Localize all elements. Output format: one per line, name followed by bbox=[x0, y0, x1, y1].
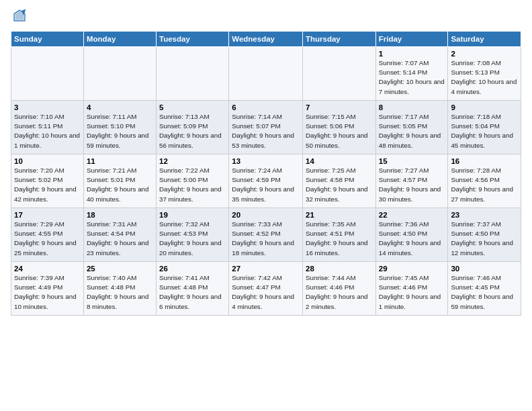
calendar-cell: 24Sunrise: 7:39 AMSunset: 4:49 PMDayligh… bbox=[11, 262, 84, 316]
calendar-cell: 27Sunrise: 7:42 AMSunset: 4:47 PMDayligh… bbox=[229, 262, 303, 316]
calendar-table: SundayMondayTuesdayWednesdayThursdayFrid… bbox=[11, 31, 521, 316]
calendar-cell: 14Sunrise: 7:25 AMSunset: 4:58 PMDayligh… bbox=[302, 154, 375, 208]
weekday-header-sunday: Sunday bbox=[11, 32, 84, 47]
calendar-cell: 11Sunrise: 7:21 AMSunset: 5:01 PMDayligh… bbox=[83, 154, 156, 208]
day-info: Sunrise: 7:33 AMSunset: 4:52 PMDaylight:… bbox=[232, 220, 300, 258]
day-info: Sunrise: 7:07 AMSunset: 5:14 PMDaylight:… bbox=[379, 58, 445, 97]
calendar-week-2: 3Sunrise: 7:10 AMSunset: 5:11 PMDaylight… bbox=[11, 101, 521, 154]
day-info: Sunrise: 7:24 AMSunset: 4:59 PMDaylight:… bbox=[232, 166, 300, 204]
day-number: 3 bbox=[14, 103, 81, 111]
day-info: Sunrise: 7:39 AMSunset: 4:49 PMDaylight:… bbox=[14, 273, 81, 312]
calendar-cell: 25Sunrise: 7:40 AMSunset: 4:48 PMDayligh… bbox=[83, 262, 156, 316]
day-info: Sunrise: 7:17 AMSunset: 5:05 PMDaylight:… bbox=[379, 112, 445, 150]
calendar-cell bbox=[83, 47, 156, 101]
calendar-cell: 23Sunrise: 7:37 AMSunset: 4:50 PMDayligh… bbox=[448, 208, 521, 262]
day-number: 24 bbox=[14, 265, 81, 273]
weekday-header-friday: Friday bbox=[375, 32, 448, 47]
day-number: 2 bbox=[451, 50, 518, 58]
day-info: Sunrise: 7:27 AMSunset: 4:57 PMDaylight:… bbox=[379, 166, 445, 204]
day-number: 20 bbox=[232, 211, 300, 219]
calendar-cell: 1Sunrise: 7:07 AMSunset: 5:14 PMDaylight… bbox=[375, 47, 448, 101]
day-info: Sunrise: 7:32 AMSunset: 4:53 PMDaylight:… bbox=[159, 220, 226, 258]
weekday-header-wednesday: Wednesday bbox=[229, 32, 303, 47]
calendar-cell: 6Sunrise: 7:14 AMSunset: 5:07 PMDaylight… bbox=[229, 101, 303, 154]
calendar-week-4: 17Sunrise: 7:29 AMSunset: 4:55 PMDayligh… bbox=[11, 208, 521, 262]
calendar-week-3: 10Sunrise: 7:20 AMSunset: 5:02 PMDayligh… bbox=[11, 154, 521, 208]
day-number: 16 bbox=[451, 157, 518, 165]
calendar-cell: 12Sunrise: 7:22 AMSunset: 5:00 PMDayligh… bbox=[157, 154, 229, 208]
calendar-cell: 22Sunrise: 7:36 AMSunset: 4:50 PMDayligh… bbox=[375, 208, 448, 262]
day-number: 26 bbox=[159, 265, 226, 273]
calendar-cell: 7Sunrise: 7:15 AMSunset: 5:06 PMDaylight… bbox=[302, 101, 375, 154]
day-info: Sunrise: 7:08 AMSunset: 5:13 PMDaylight:… bbox=[451, 58, 518, 97]
day-number: 29 bbox=[379, 265, 445, 273]
day-info: Sunrise: 7:35 AMSunset: 4:51 PMDaylight:… bbox=[306, 220, 373, 258]
day-info: Sunrise: 7:14 AMSunset: 5:07 PMDaylight:… bbox=[232, 112, 300, 150]
day-number: 8 bbox=[379, 103, 445, 111]
calendar-cell: 8Sunrise: 7:17 AMSunset: 5:05 PMDaylight… bbox=[375, 101, 448, 154]
calendar-cell: 2Sunrise: 7:08 AMSunset: 5:13 PMDaylight… bbox=[448, 47, 521, 101]
day-info: Sunrise: 7:11 AMSunset: 5:10 PMDaylight:… bbox=[87, 112, 153, 150]
day-number: 12 bbox=[159, 157, 226, 165]
calendar-cell: 17Sunrise: 7:29 AMSunset: 4:55 PMDayligh… bbox=[11, 208, 84, 262]
day-info: Sunrise: 7:25 AMSunset: 4:58 PMDaylight:… bbox=[306, 166, 373, 204]
calendar-cell: 13Sunrise: 7:24 AMSunset: 4:59 PMDayligh… bbox=[229, 154, 303, 208]
day-number: 5 bbox=[159, 103, 226, 111]
calendar-cell: 20Sunrise: 7:33 AMSunset: 4:52 PMDayligh… bbox=[229, 208, 303, 262]
calendar-cell bbox=[229, 47, 303, 101]
day-number: 13 bbox=[232, 157, 300, 165]
day-info: Sunrise: 7:29 AMSunset: 4:55 PMDaylight:… bbox=[14, 220, 81, 258]
day-info: Sunrise: 7:15 AMSunset: 5:06 PMDaylight:… bbox=[306, 112, 373, 150]
day-number: 15 bbox=[379, 157, 445, 165]
day-number: 23 bbox=[451, 211, 518, 219]
day-number: 9 bbox=[451, 103, 518, 111]
calendar-cell: 9Sunrise: 7:18 AMSunset: 5:04 PMDaylight… bbox=[448, 101, 521, 154]
weekday-header-tuesday: Tuesday bbox=[157, 32, 229, 47]
day-number: 10 bbox=[14, 157, 81, 165]
day-number: 30 bbox=[451, 265, 518, 273]
calendar-week-1: 1Sunrise: 7:07 AMSunset: 5:14 PMDaylight… bbox=[11, 47, 521, 101]
day-number: 1 bbox=[379, 50, 445, 58]
header bbox=[11, 8, 521, 26]
day-info: Sunrise: 7:46 AMSunset: 4:45 PMDaylight:… bbox=[451, 273, 518, 312]
logo-icon bbox=[12, 8, 27, 23]
day-info: Sunrise: 7:40 AMSunset: 4:48 PMDaylight:… bbox=[87, 273, 153, 312]
calendar-cell: 21Sunrise: 7:35 AMSunset: 4:51 PMDayligh… bbox=[302, 208, 375, 262]
day-number: 11 bbox=[87, 157, 153, 165]
calendar-cell: 18Sunrise: 7:31 AMSunset: 4:54 PMDayligh… bbox=[83, 208, 156, 262]
day-info: Sunrise: 7:42 AMSunset: 4:47 PMDaylight:… bbox=[232, 273, 300, 312]
calendar-cell: 10Sunrise: 7:20 AMSunset: 5:02 PMDayligh… bbox=[11, 154, 84, 208]
day-info: Sunrise: 7:31 AMSunset: 4:54 PMDaylight:… bbox=[87, 220, 153, 258]
calendar-cell: 3Sunrise: 7:10 AMSunset: 5:11 PMDaylight… bbox=[11, 101, 84, 154]
day-info: Sunrise: 7:36 AMSunset: 4:50 PMDaylight:… bbox=[379, 220, 445, 258]
day-info: Sunrise: 7:13 AMSunset: 5:09 PMDaylight:… bbox=[159, 112, 226, 150]
day-number: 7 bbox=[306, 103, 373, 111]
day-number: 18 bbox=[87, 211, 153, 219]
day-info: Sunrise: 7:22 AMSunset: 5:00 PMDaylight:… bbox=[159, 166, 226, 204]
day-info: Sunrise: 7:41 AMSunset: 4:48 PMDaylight:… bbox=[159, 273, 226, 312]
calendar-cell: 4Sunrise: 7:11 AMSunset: 5:10 PMDaylight… bbox=[83, 101, 156, 154]
day-number: 19 bbox=[159, 211, 226, 219]
calendar-cell: 26Sunrise: 7:41 AMSunset: 4:48 PMDayligh… bbox=[157, 262, 229, 316]
day-number: 17 bbox=[14, 211, 81, 219]
day-info: Sunrise: 7:37 AMSunset: 4:50 PMDaylight:… bbox=[451, 220, 518, 258]
day-number: 27 bbox=[232, 265, 300, 273]
day-info: Sunrise: 7:28 AMSunset: 4:56 PMDaylight:… bbox=[451, 166, 518, 204]
day-info: Sunrise: 7:44 AMSunset: 4:46 PMDaylight:… bbox=[306, 273, 373, 312]
logo bbox=[11, 8, 28, 26]
weekday-header-thursday: Thursday bbox=[302, 32, 375, 47]
day-number: 22 bbox=[379, 211, 445, 219]
calendar-header-row: SundayMondayTuesdayWednesdayThursdayFrid… bbox=[11, 32, 521, 47]
weekday-header-monday: Monday bbox=[83, 32, 156, 47]
day-number: 28 bbox=[306, 265, 373, 273]
day-number: 21 bbox=[306, 211, 373, 219]
calendar-cell bbox=[157, 47, 229, 101]
day-info: Sunrise: 7:10 AMSunset: 5:11 PMDaylight:… bbox=[14, 112, 81, 150]
calendar-cell bbox=[11, 47, 84, 101]
calendar-cell: 5Sunrise: 7:13 AMSunset: 5:09 PMDaylight… bbox=[157, 101, 229, 154]
page: SundayMondayTuesdayWednesdayThursdayFrid… bbox=[0, 0, 532, 411]
day-number: 14 bbox=[306, 157, 373, 165]
calendar-cell: 29Sunrise: 7:45 AMSunset: 4:46 PMDayligh… bbox=[375, 262, 448, 316]
day-number: 4 bbox=[87, 103, 153, 111]
calendar-cell: 30Sunrise: 7:46 AMSunset: 4:45 PMDayligh… bbox=[448, 262, 521, 316]
